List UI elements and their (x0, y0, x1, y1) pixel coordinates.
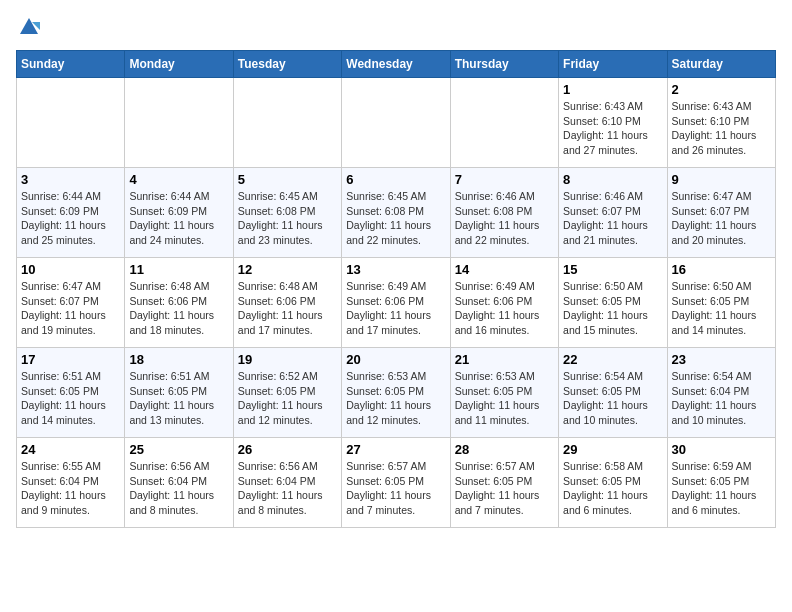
day-info: Sunrise: 6:57 AM Sunset: 6:05 PM Dayligh… (346, 459, 445, 518)
day-number: 2 (672, 82, 771, 97)
day-info: Sunrise: 6:54 AM Sunset: 6:05 PM Dayligh… (563, 369, 662, 428)
day-number: 21 (455, 352, 554, 367)
day-number: 12 (238, 262, 337, 277)
calendar-cell: 2Sunrise: 6:43 AM Sunset: 6:10 PM Daylig… (667, 78, 775, 168)
calendar-week-row: 24Sunrise: 6:55 AM Sunset: 6:04 PM Dayli… (17, 438, 776, 528)
calendar-cell: 6Sunrise: 6:45 AM Sunset: 6:08 PM Daylig… (342, 168, 450, 258)
calendar-header-tuesday: Tuesday (233, 51, 341, 78)
day-info: Sunrise: 6:43 AM Sunset: 6:10 PM Dayligh… (563, 99, 662, 158)
day-info: Sunrise: 6:46 AM Sunset: 6:07 PM Dayligh… (563, 189, 662, 248)
calendar-cell: 1Sunrise: 6:43 AM Sunset: 6:10 PM Daylig… (559, 78, 667, 168)
day-number: 27 (346, 442, 445, 457)
day-number: 23 (672, 352, 771, 367)
day-number: 14 (455, 262, 554, 277)
calendar-week-row: 1Sunrise: 6:43 AM Sunset: 6:10 PM Daylig… (17, 78, 776, 168)
calendar-cell: 12Sunrise: 6:48 AM Sunset: 6:06 PM Dayli… (233, 258, 341, 348)
day-info: Sunrise: 6:50 AM Sunset: 6:05 PM Dayligh… (563, 279, 662, 338)
svg-marker-0 (20, 18, 38, 34)
day-info: Sunrise: 6:56 AM Sunset: 6:04 PM Dayligh… (129, 459, 228, 518)
calendar-cell: 27Sunrise: 6:57 AM Sunset: 6:05 PM Dayli… (342, 438, 450, 528)
logo-icon (18, 16, 40, 38)
day-info: Sunrise: 6:52 AM Sunset: 6:05 PM Dayligh… (238, 369, 337, 428)
day-number: 16 (672, 262, 771, 277)
day-number: 1 (563, 82, 662, 97)
day-number: 10 (21, 262, 120, 277)
day-number: 6 (346, 172, 445, 187)
calendar-header-row: SundayMondayTuesdayWednesdayThursdayFrid… (17, 51, 776, 78)
calendar-cell: 8Sunrise: 6:46 AM Sunset: 6:07 PM Daylig… (559, 168, 667, 258)
day-info: Sunrise: 6:44 AM Sunset: 6:09 PM Dayligh… (21, 189, 120, 248)
calendar-cell: 14Sunrise: 6:49 AM Sunset: 6:06 PM Dayli… (450, 258, 558, 348)
day-info: Sunrise: 6:47 AM Sunset: 6:07 PM Dayligh… (21, 279, 120, 338)
day-number: 28 (455, 442, 554, 457)
calendar-cell: 21Sunrise: 6:53 AM Sunset: 6:05 PM Dayli… (450, 348, 558, 438)
day-info: Sunrise: 6:48 AM Sunset: 6:06 PM Dayligh… (238, 279, 337, 338)
day-number: 4 (129, 172, 228, 187)
day-number: 13 (346, 262, 445, 277)
calendar-cell (233, 78, 341, 168)
calendar-header-saturday: Saturday (667, 51, 775, 78)
day-info: Sunrise: 6:58 AM Sunset: 6:05 PM Dayligh… (563, 459, 662, 518)
calendar-cell: 28Sunrise: 6:57 AM Sunset: 6:05 PM Dayli… (450, 438, 558, 528)
calendar-week-row: 10Sunrise: 6:47 AM Sunset: 6:07 PM Dayli… (17, 258, 776, 348)
calendar-cell: 7Sunrise: 6:46 AM Sunset: 6:08 PM Daylig… (450, 168, 558, 258)
day-info: Sunrise: 6:53 AM Sunset: 6:05 PM Dayligh… (346, 369, 445, 428)
calendar-cell: 15Sunrise: 6:50 AM Sunset: 6:05 PM Dayli… (559, 258, 667, 348)
calendar-cell: 24Sunrise: 6:55 AM Sunset: 6:04 PM Dayli… (17, 438, 125, 528)
day-info: Sunrise: 6:55 AM Sunset: 6:04 PM Dayligh… (21, 459, 120, 518)
calendar-cell: 5Sunrise: 6:45 AM Sunset: 6:08 PM Daylig… (233, 168, 341, 258)
day-number: 26 (238, 442, 337, 457)
calendar-cell (450, 78, 558, 168)
day-number: 29 (563, 442, 662, 457)
day-number: 25 (129, 442, 228, 457)
day-info: Sunrise: 6:50 AM Sunset: 6:05 PM Dayligh… (672, 279, 771, 338)
calendar-cell: 25Sunrise: 6:56 AM Sunset: 6:04 PM Dayli… (125, 438, 233, 528)
day-info: Sunrise: 6:46 AM Sunset: 6:08 PM Dayligh… (455, 189, 554, 248)
day-number: 11 (129, 262, 228, 277)
calendar-header-friday: Friday (559, 51, 667, 78)
day-number: 20 (346, 352, 445, 367)
calendar-table: SundayMondayTuesdayWednesdayThursdayFrid… (16, 50, 776, 528)
day-info: Sunrise: 6:51 AM Sunset: 6:05 PM Dayligh… (21, 369, 120, 428)
day-info: Sunrise: 6:45 AM Sunset: 6:08 PM Dayligh… (346, 189, 445, 248)
day-number: 5 (238, 172, 337, 187)
day-info: Sunrise: 6:49 AM Sunset: 6:06 PM Dayligh… (455, 279, 554, 338)
day-number: 30 (672, 442, 771, 457)
calendar-cell: 9Sunrise: 6:47 AM Sunset: 6:07 PM Daylig… (667, 168, 775, 258)
calendar-cell: 10Sunrise: 6:47 AM Sunset: 6:07 PM Dayli… (17, 258, 125, 348)
calendar-cell (125, 78, 233, 168)
calendar-cell (17, 78, 125, 168)
day-number: 19 (238, 352, 337, 367)
day-info: Sunrise: 6:44 AM Sunset: 6:09 PM Dayligh… (129, 189, 228, 248)
calendar-cell: 18Sunrise: 6:51 AM Sunset: 6:05 PM Dayli… (125, 348, 233, 438)
calendar-cell (342, 78, 450, 168)
day-info: Sunrise: 6:56 AM Sunset: 6:04 PM Dayligh… (238, 459, 337, 518)
day-number: 8 (563, 172, 662, 187)
calendar-week-row: 3Sunrise: 6:44 AM Sunset: 6:09 PM Daylig… (17, 168, 776, 258)
calendar-header-sunday: Sunday (17, 51, 125, 78)
day-info: Sunrise: 6:45 AM Sunset: 6:08 PM Dayligh… (238, 189, 337, 248)
calendar-cell: 20Sunrise: 6:53 AM Sunset: 6:05 PM Dayli… (342, 348, 450, 438)
page-header (16, 16, 776, 38)
logo (16, 16, 40, 38)
calendar-header-wednesday: Wednesday (342, 51, 450, 78)
calendar-cell: 23Sunrise: 6:54 AM Sunset: 6:04 PM Dayli… (667, 348, 775, 438)
day-number: 22 (563, 352, 662, 367)
day-number: 7 (455, 172, 554, 187)
calendar-cell: 26Sunrise: 6:56 AM Sunset: 6:04 PM Dayli… (233, 438, 341, 528)
day-info: Sunrise: 6:53 AM Sunset: 6:05 PM Dayligh… (455, 369, 554, 428)
calendar-cell: 3Sunrise: 6:44 AM Sunset: 6:09 PM Daylig… (17, 168, 125, 258)
day-info: Sunrise: 6:57 AM Sunset: 6:05 PM Dayligh… (455, 459, 554, 518)
calendar-header-thursday: Thursday (450, 51, 558, 78)
day-number: 9 (672, 172, 771, 187)
day-info: Sunrise: 6:43 AM Sunset: 6:10 PM Dayligh… (672, 99, 771, 158)
calendar-week-row: 17Sunrise: 6:51 AM Sunset: 6:05 PM Dayli… (17, 348, 776, 438)
day-number: 18 (129, 352, 228, 367)
calendar-cell: 29Sunrise: 6:58 AM Sunset: 6:05 PM Dayli… (559, 438, 667, 528)
calendar-cell: 13Sunrise: 6:49 AM Sunset: 6:06 PM Dayli… (342, 258, 450, 348)
calendar-cell: 19Sunrise: 6:52 AM Sunset: 6:05 PM Dayli… (233, 348, 341, 438)
day-info: Sunrise: 6:54 AM Sunset: 6:04 PM Dayligh… (672, 369, 771, 428)
calendar-cell: 4Sunrise: 6:44 AM Sunset: 6:09 PM Daylig… (125, 168, 233, 258)
calendar-cell: 16Sunrise: 6:50 AM Sunset: 6:05 PM Dayli… (667, 258, 775, 348)
day-number: 17 (21, 352, 120, 367)
